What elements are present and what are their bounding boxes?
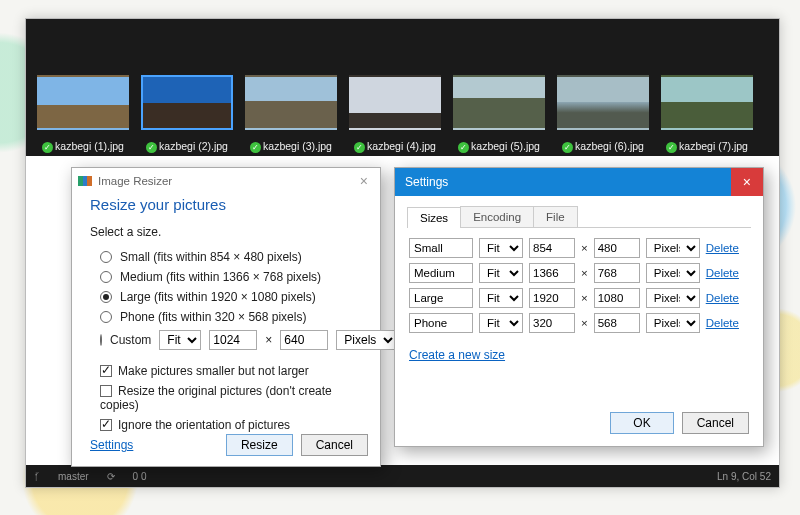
tab-file[interactable]: File [533,206,578,227]
radio-icon[interactable] [100,334,102,346]
size-label: Medium (fits within 1366 × 768 pixels) [120,270,321,284]
check-icon: ✓ [562,142,573,153]
check-icon: ✓ [250,142,261,153]
tab-encoding[interactable]: Encoding [460,206,534,227]
size-radio-small[interactable]: Small (fits within 854 × 480 pixels) [90,247,362,267]
checkbox-icon[interactable] [100,419,112,431]
radio-icon[interactable] [100,311,112,323]
custom-unit-select[interactable]: Pixels [336,330,397,350]
size-radio-phone[interactable]: Phone (fits within 320 × 568 pixels) [90,307,362,327]
thumbnail-filename: kazbegi (4).jpg [367,140,436,152]
thumbnail[interactable]: ✓kazbegi (3).jpg [241,75,341,153]
size-width-input[interactable] [529,263,575,283]
settings-title: Settings [405,175,448,189]
times-label: × [265,333,272,347]
checkbox-icon[interactable] [100,385,112,397]
cancel-button[interactable]: Cancel [682,412,749,434]
size-name-input[interactable] [409,263,473,283]
thumbnail-image [453,75,545,130]
size-width-input[interactable] [529,238,575,258]
thumbnail[interactable]: ✓kazbegi (6).jpg [553,75,653,153]
thumbnail[interactable]: ✓kazbegi (2).jpg [137,75,237,153]
close-icon[interactable]: × [731,168,763,196]
size-width-input[interactable] [529,288,575,308]
size-label: Large (fits within 1920 × 1080 pixels) [120,290,316,304]
thumbnail-image [141,75,233,130]
custom-mode-select[interactable]: Fit [159,330,201,350]
radio-icon[interactable] [100,271,112,283]
check-icon: ✓ [458,142,469,153]
times-label: × [581,242,588,254]
size-unit-select[interactable]: Pixels [646,288,700,308]
size-unit-select[interactable]: Pixels [646,238,700,258]
option-row[interactable]: Ignore the orientation of pictures [90,415,362,435]
thumbnail[interactable]: ✓kazbegi (1).jpg [33,75,133,153]
size-height-input[interactable] [594,313,640,333]
checkbox-icon[interactable] [100,365,112,377]
size-row: Fit×PixelsDelete [409,238,749,258]
size-mode-select[interactable]: Fit [479,288,523,308]
option-row[interactable]: Resize the original pictures (don't crea… [90,381,362,415]
resize-dialog: Image Resizer × Resize your pictures Sel… [71,167,381,467]
custom-width-input[interactable] [209,330,257,350]
size-radio-large[interactable]: Large (fits within 1920 × 1080 pixels) [90,287,362,307]
thumbnail-filename: kazbegi (1).jpg [55,140,124,152]
size-label: Phone (fits within 320 × 568 pixels) [120,310,306,324]
size-unit-select[interactable]: Pixels [646,263,700,283]
delete-link[interactable]: Delete [706,267,739,279]
size-height-input[interactable] [594,238,640,258]
custom-height-input[interactable] [280,330,328,350]
thumbnail-filename: kazbegi (7).jpg [679,140,748,152]
size-height-input[interactable] [594,288,640,308]
size-height-input[interactable] [594,263,640,283]
option-row[interactable]: Make pictures smaller but not larger [90,361,362,381]
size-width-input[interactable] [529,313,575,333]
check-icon: ✓ [354,142,365,153]
resize-titlebar[interactable]: Image Resizer × [72,168,380,194]
times-label: × [581,292,588,304]
size-mode-select[interactable]: Fit [479,313,523,333]
size-radio-medium[interactable]: Medium (fits within 1366 × 768 pixels) [90,267,362,287]
thumbnail[interactable]: ✓kazbegi (7).jpg [657,75,757,153]
size-radio-custom[interactable]: Custom Fit × Pixels [90,327,362,353]
close-icon[interactable]: × [354,173,374,189]
resize-heading: Resize your pictures [90,196,362,213]
settings-link[interactable]: Settings [90,438,133,452]
check-icon: ✓ [666,142,677,153]
times-label: × [581,317,588,329]
cancel-button[interactable]: Cancel [301,434,368,456]
resize-button[interactable]: Resize [226,434,293,456]
tab-sizes[interactable]: Sizes [407,207,461,228]
size-row: Fit×PixelsDelete [409,263,749,283]
check-icon: ✓ [146,142,157,153]
select-size-label: Select a size. [90,225,362,239]
size-mode-select[interactable]: Fit [479,238,523,258]
option-label: Resize the original pictures (don't crea… [100,384,332,412]
thumbnail[interactable]: ✓kazbegi (4).jpg [345,75,445,153]
ok-button[interactable]: OK [610,412,673,434]
size-name-input[interactable] [409,288,473,308]
option-label: Make pictures smaller but not larger [118,364,309,378]
issue-counts: 0 0 [133,471,147,482]
create-new-size-link[interactable]: Create a new size [409,348,763,362]
times-label: × [581,267,588,279]
size-unit-select[interactable]: Pixels [646,313,700,333]
sync-icon: ⟳ [107,471,115,482]
size-mode-select[interactable]: Fit [479,263,523,283]
settings-tabs: SizesEncodingFile [407,206,751,228]
size-name-input[interactable] [409,313,473,333]
radio-icon[interactable] [100,291,112,303]
delete-link[interactable]: Delete [706,292,739,304]
delete-link[interactable]: Delete [706,242,739,254]
thumbnail-image [245,75,337,130]
radio-icon[interactable] [100,251,112,263]
delete-link[interactable]: Delete [706,317,739,329]
thumbnail-filename: kazbegi (5).jpg [471,140,540,152]
size-label: Small (fits within 854 × 480 pixels) [120,250,302,264]
size-name-input[interactable] [409,238,473,258]
settings-titlebar[interactable]: Settings × [395,168,763,196]
option-label: Ignore the orientation of pictures [118,418,290,432]
thumbnail-filename: kazbegi (6).jpg [575,140,644,152]
thumbnail[interactable]: ✓kazbegi (5).jpg [449,75,549,153]
settings-dialog: Settings × SizesEncodingFile Fit×PixelsD… [394,167,764,447]
